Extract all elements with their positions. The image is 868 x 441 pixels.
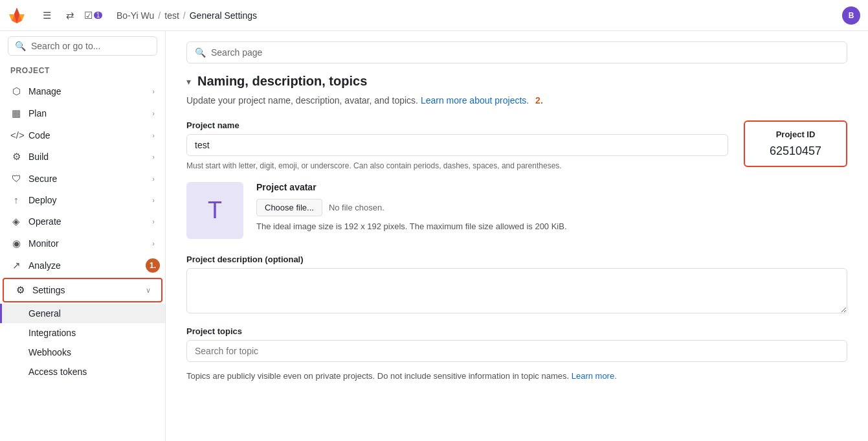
project-id-value: 62510457 bbox=[758, 144, 833, 158]
breadcrumb-sep2: / bbox=[183, 10, 186, 21]
sidebar-item-plan[interactable]: ▦ Plan › bbox=[0, 102, 165, 124]
project-name-id-row: Project name Must start with letter, dig… bbox=[186, 120, 847, 172]
avatar-title: Project avatar bbox=[256, 182, 847, 192]
main-content: 🔍 Search page ▾ Naming, description, top… bbox=[166, 31, 868, 441]
sidebar-item-label: Secure bbox=[28, 174, 146, 184]
sidebar-item-label: Monitor bbox=[28, 238, 146, 249]
plan-icon: ▦ bbox=[10, 107, 22, 119]
breadcrumb-current: General Settings bbox=[190, 10, 257, 21]
annotation-1-badge: 1. bbox=[146, 258, 160, 273]
avatar-info: Project avatar Choose file... No file ch… bbox=[256, 182, 847, 231]
section-description: Update your project name, description, a… bbox=[186, 94, 847, 107]
description-group: Project description (optional) bbox=[186, 254, 847, 313]
monitor-icon: ◉ bbox=[10, 238, 22, 249]
content-area: ▾ Naming, description, topics Update you… bbox=[166, 74, 868, 403]
sidebar-item-deploy[interactable]: ↑ Deploy › bbox=[0, 189, 165, 210]
no-file-text: No file chosen. bbox=[329, 203, 384, 212]
chevron-icon: › bbox=[152, 175, 155, 183]
description-textarea[interactable] bbox=[186, 268, 847, 313]
avatar-hint: The ideal image size is 192 x 192 pixels… bbox=[256, 221, 847, 231]
section-toggle-btn[interactable]: ▾ bbox=[186, 76, 191, 87]
chevron-icon: › bbox=[152, 218, 155, 225]
search-bar[interactable]: 🔍 Search or go to... bbox=[8, 36, 157, 56]
sidebar-toggle-btn[interactable]: ☰ bbox=[36, 5, 57, 26]
main-layout: 🔍 Search or go to... Project ⬡ Manage › … bbox=[0, 31, 868, 441]
search-page-placeholder: Search page bbox=[211, 47, 262, 58]
top-bar-icons: ☰ ⇄ ☑1 bbox=[36, 5, 104, 26]
learn-more-link[interactable]: Learn more about projects. bbox=[421, 95, 529, 106]
sidebar-sub-item-webhooks[interactable]: Webhooks bbox=[0, 343, 165, 362]
build-icon: ⚙ bbox=[10, 151, 22, 163]
project-id-box: Project ID 62510457 bbox=[744, 120, 847, 167]
file-choose-row: Choose file... No file chosen. bbox=[256, 199, 847, 216]
todos-badge: 1 bbox=[94, 12, 103, 19]
sidebar-item-label: Code bbox=[28, 130, 146, 141]
sidebar-item-secure[interactable]: 🛡 Secure › bbox=[0, 168, 165, 189]
avatar-preview: T bbox=[186, 182, 243, 239]
chevron-icon: › bbox=[152, 153, 155, 161]
annotation-2-marker: 2. bbox=[535, 95, 543, 106]
choose-file-btn[interactable]: Choose file... bbox=[256, 199, 322, 216]
project-section-label: Project bbox=[0, 61, 165, 80]
sidebar-item-code[interactable]: </> Code › bbox=[0, 124, 165, 146]
chevron-down-icon: ∨ bbox=[146, 286, 151, 295]
chevron-icon: › bbox=[152, 240, 155, 247]
manage-icon: ⬡ bbox=[10, 85, 22, 97]
project-name-group: Project name Must start with letter, dig… bbox=[186, 120, 728, 172]
search-placeholder: Search or go to... bbox=[31, 41, 100, 51]
project-name-label: Project name bbox=[186, 120, 728, 130]
gitlab-logo bbox=[8, 6, 26, 25]
section-header: ▾ Naming, description, topics bbox=[186, 74, 847, 89]
sidebar-item-label: Manage bbox=[28, 86, 146, 96]
sidebar-item-manage[interactable]: ⬡ Manage › bbox=[0, 80, 165, 102]
sidebar-item-label: Deploy bbox=[28, 195, 146, 205]
breadcrumb: Bo-Yi Wu / test / General Settings bbox=[117, 10, 257, 21]
section-title: Naming, description, topics bbox=[197, 74, 367, 89]
sidebar-item-label: Settings bbox=[32, 285, 139, 295]
settings-icon: ⚙ bbox=[14, 284, 26, 296]
merge-requests-btn[interactable]: ⇄ bbox=[60, 5, 80, 26]
breadcrumb-repo[interactable]: test bbox=[164, 10, 179, 21]
sidebar-item-label: Analyze bbox=[28, 260, 146, 271]
top-bar: ☰ ⇄ ☑1 Bo-Yi Wu / test / General Setting… bbox=[0, 0, 868, 31]
sidebar-sub-item-integrations[interactable]: Integrations bbox=[0, 323, 165, 343]
chevron-icon: › bbox=[152, 109, 155, 117]
sidebar-item-label: Operate bbox=[28, 216, 146, 227]
sidebar-item-label: Plan bbox=[28, 108, 146, 119]
topics-group: Project topics Topics are publicly visib… bbox=[186, 326, 847, 383]
project-name-input[interactable] bbox=[186, 134, 728, 156]
sidebar-item-settings[interactable]: ⚙ Settings ∨ bbox=[3, 278, 162, 302]
sidebar-item-monitor[interactable]: ◉ Monitor › bbox=[0, 232, 165, 254]
chevron-icon: › bbox=[152, 196, 155, 204]
deploy-icon: ↑ bbox=[10, 194, 22, 205]
code-icon: </> bbox=[10, 130, 22, 141]
chevron-icon: › bbox=[152, 87, 155, 95]
breadcrumb-user[interactable]: Bo-Yi Wu bbox=[117, 10, 154, 21]
todos-btn[interactable]: ☑1 bbox=[83, 5, 104, 26]
search-icon: 🔍 bbox=[15, 41, 26, 51]
analyze-icon: ↗ bbox=[10, 260, 22, 271]
topics-learn-more-link[interactable]: Learn more. bbox=[572, 371, 617, 381]
project-name-hint: Must start with letter, digit, emoji, or… bbox=[186, 160, 728, 172]
sidebar-item-operate[interactable]: ◈ Operate › bbox=[0, 210, 165, 232]
secure-icon: 🛡 bbox=[10, 173, 22, 184]
sidebar: 🔍 Search or go to... Project ⬡ Manage › … bbox=[0, 31, 166, 441]
search-page-icon: 🔍 bbox=[195, 47, 206, 58]
search-page-bar[interactable]: 🔍 Search page bbox=[186, 41, 847, 63]
topics-input[interactable] bbox=[186, 340, 847, 362]
project-id-label: Project ID bbox=[758, 130, 833, 139]
breadcrumb-sep1: / bbox=[158, 10, 161, 21]
sidebar-item-label: Build bbox=[28, 152, 146, 162]
sidebar-item-build[interactable]: ⚙ Build › bbox=[0, 146, 165, 168]
sidebar-sub-item-general[interactable]: General bbox=[0, 304, 165, 323]
operate-icon: ◈ bbox=[10, 216, 22, 227]
sidebar-sub-item-access-tokens[interactable]: Access tokens bbox=[0, 362, 165, 381]
sidebar-item-analyze[interactable]: ↗ Analyze › 1. bbox=[0, 254, 165, 277]
user-avatar[interactable]: B bbox=[842, 6, 860, 25]
topics-hint: Topics are publicly visible even on priv… bbox=[186, 370, 847, 383]
avatar-section: T Project avatar Choose file... No file … bbox=[186, 182, 847, 239]
chevron-icon: › bbox=[152, 131, 155, 139]
description-label: Project description (optional) bbox=[186, 254, 847, 264]
topics-label: Project topics bbox=[186, 326, 847, 336]
settings-sub-menu: General Integrations Webhooks Access tok… bbox=[0, 304, 165, 381]
